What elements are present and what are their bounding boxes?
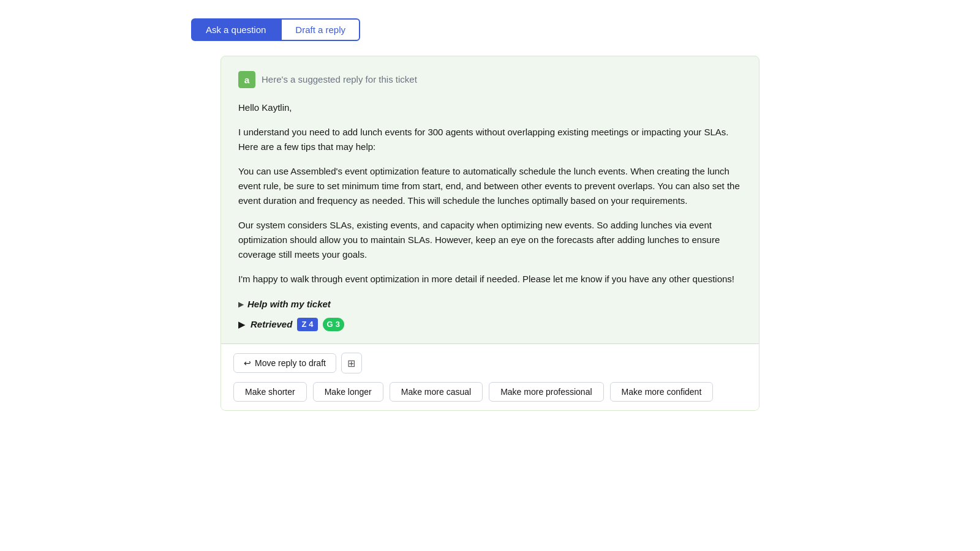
make-professional-button[interactable]: Make more professional [489, 382, 603, 402]
tab-bar: Ask a question Draft a reply [191, 18, 360, 41]
help-arrow-icon: ▶ [238, 299, 244, 310]
card-header-text: Here's a suggested reply for this ticket [262, 73, 417, 87]
help-label: Help with my ticket [247, 298, 331, 312]
action-bar: ↩ Move reply to draft ⊞ Make shorter Mak… [221, 343, 759, 410]
greeting-paragraph: Hello Kaytlin, [238, 100, 742, 115]
retrieved-label: Retrieved [251, 318, 292, 332]
move-draft-arrow-icon: ↩ [244, 358, 251, 368]
make-confident-button[interactable]: Make more confident [610, 382, 714, 402]
tab-ask-question[interactable]: Ask a question [191, 18, 281, 41]
transform-icon: ⊞ [347, 358, 355, 369]
google-badge: G 3 [323, 318, 344, 331]
action-top-row: ↩ Move reply to draft ⊞ [233, 353, 747, 373]
google-count: 3 [336, 318, 340, 331]
transform-icon-button[interactable]: ⊞ [341, 353, 362, 373]
make-shorter-button[interactable]: Make shorter [233, 382, 307, 402]
google-g-icon: G [327, 318, 333, 331]
retrieved-collapsible[interactable]: ▶ Retrieved Z 4 G 3 [238, 318, 742, 332]
retrieved-arrow-icon: ▶ [238, 318, 246, 332]
action-bottom-row: Make shorter Make longer Make more casua… [233, 382, 747, 402]
reply-content: Hello Kaytlin, I understand you need to … [238, 100, 742, 287]
optimization-paragraph: You can use Assembled's event optimizati… [238, 164, 742, 208]
zendesk-z-icon: Z [301, 318, 306, 331]
zendesk-badge: Z 4 [297, 318, 317, 331]
help-collapsible[interactable]: ▶ Help with my ticket [238, 298, 742, 312]
move-draft-label: Move reply to draft [255, 358, 326, 368]
intro-paragraph: I understand you need to add lunch event… [238, 125, 742, 154]
sla-paragraph: Our system considers SLAs, existing even… [238, 218, 742, 262]
move-draft-button[interactable]: ↩ Move reply to draft [233, 353, 336, 373]
svg-text:a: a [244, 75, 250, 85]
card-header: a Here's a suggested reply for this tick… [238, 71, 742, 88]
assembled-logo-icon: a [238, 71, 255, 88]
card-body: a Here's a suggested reply for this tick… [221, 56, 759, 343]
make-longer-button[interactable]: Make longer [313, 382, 383, 402]
zendesk-count: 4 [309, 318, 313, 331]
page-container: Ask a question Draft a reply a Here's a … [0, 12, 980, 411]
closing-paragraph: I'm happy to walk through event optimiza… [238, 272, 742, 287]
tab-draft-reply[interactable]: Draft a reply [281, 18, 360, 41]
make-casual-button[interactable]: Make more casual [390, 382, 483, 402]
main-card: a Here's a suggested reply for this tick… [221, 56, 760, 411]
